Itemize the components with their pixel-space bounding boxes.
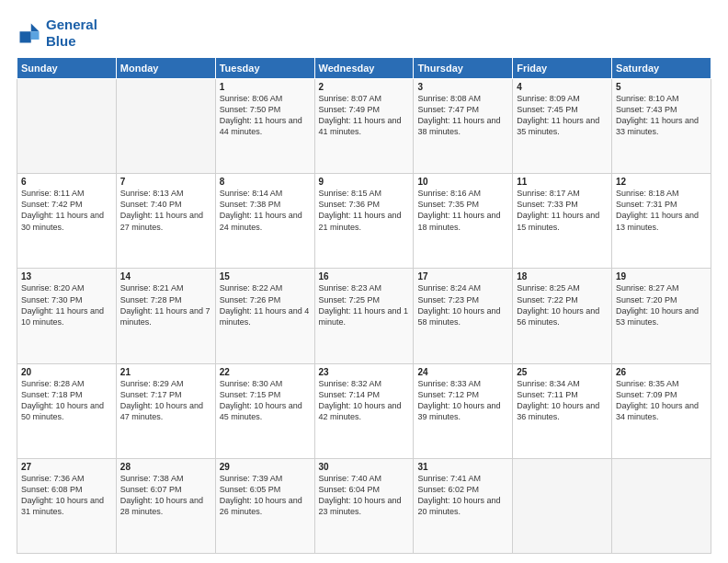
day-cell: 19Sunrise: 8:27 AMSunset: 7:20 PMDayligh… <box>612 269 711 363</box>
day-info: Sunrise: 8:06 AMSunset: 7:50 PMDaylight:… <box>220 94 302 136</box>
day-info: Sunrise: 8:25 AMSunset: 7:22 PMDaylight:… <box>517 283 599 326</box>
day-number: 25 <box>517 367 608 377</box>
day-info: Sunrise: 8:30 AMSunset: 7:15 PMDaylight:… <box>220 379 302 421</box>
day-info: Sunrise: 8:17 AMSunset: 7:33 PMDaylight:… <box>517 189 599 231</box>
day-cell: 1Sunrise: 8:06 AMSunset: 7:50 PMDaylight… <box>215 79 314 174</box>
svg-rect-1 <box>20 31 31 42</box>
day-number: 17 <box>417 271 508 282</box>
day-cell: 27Sunrise: 7:36 AMSunset: 6:08 PMDayligh… <box>17 458 117 553</box>
day-cell: 23Sunrise: 8:32 AMSunset: 7:14 PMDayligh… <box>314 363 414 458</box>
day-info: Sunrise: 8:15 AMSunset: 7:36 PMDaylight:… <box>319 189 402 231</box>
svg-marker-0 <box>31 24 40 32</box>
day-number: 5 <box>616 82 707 92</box>
day-number: 12 <box>616 177 707 187</box>
day-cell: 21Sunrise: 8:29 AMSunset: 7:17 PMDayligh… <box>116 363 215 458</box>
day-number: 20 <box>21 367 112 377</box>
day-cell: 20Sunrise: 8:28 AMSunset: 7:18 PMDayligh… <box>17 363 117 458</box>
logo-icon <box>17 20 42 46</box>
day-cell: 17Sunrise: 8:24 AMSunset: 7:23 PMDayligh… <box>414 269 513 363</box>
day-info: Sunrise: 7:38 AMSunset: 6:07 PMDaylight:… <box>120 474 203 516</box>
day-cell: 29Sunrise: 7:39 AMSunset: 6:05 PMDayligh… <box>215 458 314 553</box>
day-cell <box>17 79 117 174</box>
day-number: 10 <box>417 177 508 187</box>
day-info: Sunrise: 8:33 AMSunset: 7:12 PMDaylight:… <box>417 379 500 421</box>
header-cell-wednesday: Wednesday <box>314 58 414 79</box>
svg-rect-2 <box>31 31 40 40</box>
week-row-4: 20Sunrise: 8:28 AMSunset: 7:18 PMDayligh… <box>17 363 711 458</box>
day-info: Sunrise: 8:27 AMSunset: 7:20 PMDaylight:… <box>616 283 699 326</box>
header-cell-sunday: Sunday <box>17 58 117 79</box>
day-info: Sunrise: 8:29 AMSunset: 7:17 PMDaylight:… <box>120 379 203 421</box>
day-info: Sunrise: 8:20 AMSunset: 7:30 PMDaylight:… <box>21 283 104 326</box>
day-cell: 10Sunrise: 8:16 AMSunset: 7:35 PMDayligh… <box>414 174 513 269</box>
day-info: Sunrise: 8:09 AMSunset: 7:45 PMDaylight:… <box>517 94 599 136</box>
day-info: Sunrise: 8:35 AMSunset: 7:09 PMDaylight:… <box>616 379 699 421</box>
day-info: Sunrise: 7:41 AMSunset: 6:02 PMDaylight:… <box>417 474 500 516</box>
day-number: 14 <box>120 271 211 282</box>
day-number: 27 <box>21 462 112 472</box>
day-cell: 14Sunrise: 8:21 AMSunset: 7:28 PMDayligh… <box>116 269 215 363</box>
day-number: 26 <box>616 367 707 377</box>
day-cell: 16Sunrise: 8:23 AMSunset: 7:25 PMDayligh… <box>314 269 414 363</box>
day-number: 18 <box>517 271 608 282</box>
day-number: 3 <box>417 82 508 92</box>
logo: General Blue <box>17 17 97 50</box>
day-info: Sunrise: 7:39 AMSunset: 6:05 PMDaylight:… <box>220 474 302 516</box>
day-number: 2 <box>319 82 410 92</box>
day-info: Sunrise: 8:34 AMSunset: 7:11 PMDaylight:… <box>517 379 599 421</box>
day-info: Sunrise: 8:16 AMSunset: 7:35 PMDaylight:… <box>417 189 500 231</box>
day-info: Sunrise: 8:10 AMSunset: 7:43 PMDaylight:… <box>616 94 699 136</box>
day-cell: 4Sunrise: 8:09 AMSunset: 7:45 PMDaylight… <box>513 79 612 174</box>
day-cell: 7Sunrise: 8:13 AMSunset: 7:40 PMDaylight… <box>116 174 215 269</box>
day-cell: 12Sunrise: 8:18 AMSunset: 7:31 PMDayligh… <box>612 174 711 269</box>
day-info: Sunrise: 8:22 AMSunset: 7:26 PMDaylight:… <box>220 283 310 326</box>
day-info: Sunrise: 8:23 AMSunset: 7:25 PMDaylight:… <box>319 283 409 326</box>
logo-text: General Blue <box>46 17 97 50</box>
day-cell: 8Sunrise: 8:14 AMSunset: 7:38 PMDaylight… <box>215 174 314 269</box>
day-number: 21 <box>120 367 211 377</box>
day-info: Sunrise: 8:14 AMSunset: 7:38 PMDaylight:… <box>220 189 302 231</box>
day-info: Sunrise: 7:40 AMSunset: 6:04 PMDaylight:… <box>319 474 402 516</box>
day-cell: 25Sunrise: 8:34 AMSunset: 7:11 PMDayligh… <box>513 363 612 458</box>
day-info: Sunrise: 8:24 AMSunset: 7:23 PMDaylight:… <box>417 283 500 326</box>
day-number: 7 <box>120 177 211 187</box>
header-cell-monday: Monday <box>116 58 215 79</box>
day-info: Sunrise: 8:13 AMSunset: 7:40 PMDaylight:… <box>120 189 203 231</box>
day-number: 23 <box>319 367 410 377</box>
header-cell-thursday: Thursday <box>414 58 513 79</box>
calendar-page: General Blue SundayMondayTuesdayWednesda… <box>0 0 728 563</box>
day-cell: 15Sunrise: 8:22 AMSunset: 7:26 PMDayligh… <box>215 269 314 363</box>
day-info: Sunrise: 8:11 AMSunset: 7:42 PMDaylight:… <box>21 189 104 231</box>
day-info: Sunrise: 8:18 AMSunset: 7:31 PMDaylight:… <box>616 189 699 231</box>
day-number: 13 <box>21 271 112 282</box>
day-cell <box>513 458 612 553</box>
calendar-table: SundayMondayTuesdayWednesdayThursdayFrid… <box>17 57 711 554</box>
day-info: Sunrise: 8:07 AMSunset: 7:49 PMDaylight:… <box>319 94 402 136</box>
header: General Blue <box>17 17 711 50</box>
day-number: 16 <box>319 271 410 282</box>
day-cell: 9Sunrise: 8:15 AMSunset: 7:36 PMDaylight… <box>314 174 414 269</box>
day-number: 22 <box>220 367 311 377</box>
day-number: 9 <box>319 177 410 187</box>
day-cell: 6Sunrise: 8:11 AMSunset: 7:42 PMDaylight… <box>17 174 117 269</box>
day-cell: 13Sunrise: 8:20 AMSunset: 7:30 PMDayligh… <box>17 269 117 363</box>
header-cell-saturday: Saturday <box>612 58 711 79</box>
week-row-2: 6Sunrise: 8:11 AMSunset: 7:42 PMDaylight… <box>17 174 711 269</box>
week-row-3: 13Sunrise: 8:20 AMSunset: 7:30 PMDayligh… <box>17 269 711 363</box>
day-cell: 18Sunrise: 8:25 AMSunset: 7:22 PMDayligh… <box>513 269 612 363</box>
day-number: 29 <box>220 462 311 472</box>
day-cell: 22Sunrise: 8:30 AMSunset: 7:15 PMDayligh… <box>215 363 314 458</box>
day-cell: 3Sunrise: 8:08 AMSunset: 7:47 PMDaylight… <box>414 79 513 174</box>
day-number: 19 <box>616 271 707 282</box>
day-cell: 24Sunrise: 8:33 AMSunset: 7:12 PMDayligh… <box>414 363 513 458</box>
day-cell <box>116 79 215 174</box>
day-cell: 11Sunrise: 8:17 AMSunset: 7:33 PMDayligh… <box>513 174 612 269</box>
day-info: Sunrise: 8:08 AMSunset: 7:47 PMDaylight:… <box>417 94 500 136</box>
day-number: 8 <box>220 177 311 187</box>
day-number: 31 <box>417 462 508 472</box>
day-cell: 5Sunrise: 8:10 AMSunset: 7:43 PMDaylight… <box>612 79 711 174</box>
day-number: 30 <box>319 462 410 472</box>
day-cell: 30Sunrise: 7:40 AMSunset: 6:04 PMDayligh… <box>314 458 414 553</box>
day-cell: 31Sunrise: 7:41 AMSunset: 6:02 PMDayligh… <box>414 458 513 553</box>
day-info: Sunrise: 8:32 AMSunset: 7:14 PMDaylight:… <box>319 379 402 421</box>
